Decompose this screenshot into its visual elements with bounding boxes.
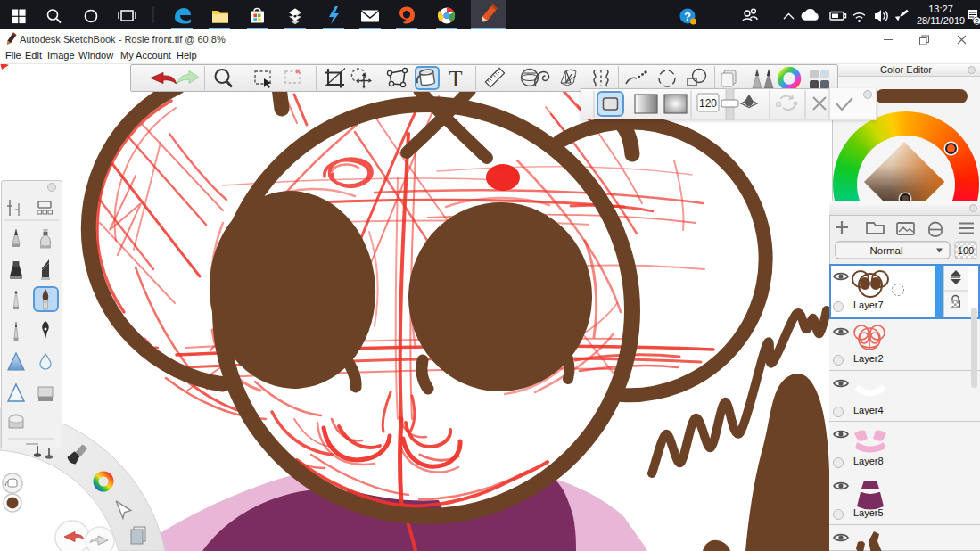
svg-text:2: 2 xyxy=(975,16,979,26)
svg-text:Normal: Normal xyxy=(869,245,902,256)
svg-text:120: 120 xyxy=(699,97,717,110)
svg-text:13:27: 13:27 xyxy=(928,4,953,14)
svg-text:28/11/2019: 28/11/2019 xyxy=(917,15,965,26)
svg-text:?: ? xyxy=(684,10,691,23)
svg-text:T: T xyxy=(449,67,462,91)
svg-text:100: 100 xyxy=(958,245,974,256)
